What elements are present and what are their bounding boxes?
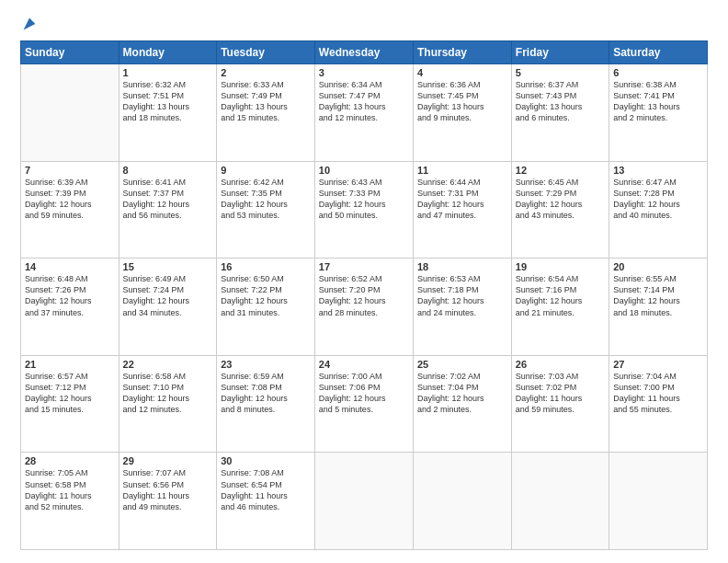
day-info: Sunrise: 6:59 AM Sunset: 7:08 PM Dayligh…	[221, 371, 311, 416]
day-number: 17	[319, 261, 409, 272]
calendar-cell	[609, 453, 708, 550]
calendar-cell	[414, 453, 512, 550]
day-number: 6	[613, 67, 703, 78]
day-number: 7	[25, 165, 115, 176]
day-info: Sunrise: 6:48 AM Sunset: 7:26 PM Dayligh…	[25, 273, 115, 318]
days-header-row: SundayMondayTuesdayWednesdayThursdayFrid…	[21, 41, 708, 64]
day-info: Sunrise: 7:03 AM Sunset: 7:02 PM Dayligh…	[516, 371, 605, 416]
calendar-cell: 11Sunrise: 6:44 AM Sunset: 7:31 PM Dayli…	[414, 161, 512, 259]
calendar-cell	[314, 453, 413, 550]
calendar-cell: 20Sunrise: 6:55 AM Sunset: 7:14 PM Dayli…	[609, 259, 708, 356]
day-number: 4	[417, 67, 507, 78]
day-info: Sunrise: 6:43 AM Sunset: 7:33 PM Dayligh…	[319, 177, 409, 222]
calendar-cell: 21Sunrise: 6:57 AM Sunset: 7:12 PM Dayli…	[21, 355, 119, 453]
day-number: 13	[613, 165, 703, 176]
day-number: 16	[221, 261, 311, 272]
calendar-cell: 3Sunrise: 6:34 AM Sunset: 7:47 PM Daylig…	[314, 64, 413, 162]
day-info: Sunrise: 6:47 AM Sunset: 7:28 PM Dayligh…	[613, 177, 703, 222]
day-number: 12	[516, 165, 605, 176]
day-number: 19	[516, 261, 605, 272]
calendar-cell: 19Sunrise: 6:54 AM Sunset: 7:16 PM Dayli…	[511, 259, 609, 356]
logo	[20, 17, 37, 31]
day-info: Sunrise: 7:08 AM Sunset: 6:54 PM Dayligh…	[221, 467, 311, 512]
week-row-4: 21Sunrise: 6:57 AM Sunset: 7:12 PM Dayli…	[21, 355, 708, 453]
day-number: 1	[123, 67, 213, 78]
day-info: Sunrise: 6:52 AM Sunset: 7:20 PM Dayligh…	[319, 273, 409, 318]
calendar-cell: 29Sunrise: 7:07 AM Sunset: 6:56 PM Dayli…	[119, 453, 217, 550]
calendar-cell: 30Sunrise: 7:08 AM Sunset: 6:54 PM Dayli…	[217, 453, 315, 550]
day-info: Sunrise: 7:07 AM Sunset: 6:56 PM Dayligh…	[123, 467, 213, 512]
day-info: Sunrise: 6:57 AM Sunset: 7:12 PM Dayligh…	[25, 371, 115, 416]
day-info: Sunrise: 6:55 AM Sunset: 7:14 PM Dayligh…	[613, 273, 703, 318]
day-info: Sunrise: 7:00 AM Sunset: 7:06 PM Dayligh…	[319, 371, 409, 416]
day-number: 25	[417, 359, 507, 370]
calendar-cell: 1Sunrise: 6:32 AM Sunset: 7:51 PM Daylig…	[119, 64, 217, 162]
day-number: 10	[319, 165, 409, 176]
day-info: Sunrise: 6:39 AM Sunset: 7:39 PM Dayligh…	[25, 177, 115, 222]
calendar-cell	[21, 64, 119, 162]
day-info: Sunrise: 6:49 AM Sunset: 7:24 PM Dayligh…	[123, 273, 213, 318]
day-info: Sunrise: 6:42 AM Sunset: 7:35 PM Dayligh…	[221, 177, 311, 222]
day-number: 26	[516, 359, 605, 370]
day-info: Sunrise: 6:32 AM Sunset: 7:51 PM Dayligh…	[123, 79, 213, 124]
day-header-tuesday: Tuesday	[217, 41, 315, 64]
day-info: Sunrise: 7:02 AM Sunset: 7:04 PM Dayligh…	[417, 371, 507, 416]
calendar-header: SundayMondayTuesdayWednesdayThursdayFrid…	[21, 41, 708, 64]
day-header-monday: Monday	[119, 41, 217, 64]
day-number: 23	[221, 359, 311, 370]
calendar-cell: 27Sunrise: 7:04 AM Sunset: 7:00 PM Dayli…	[609, 355, 708, 453]
day-info: Sunrise: 6:37 AM Sunset: 7:43 PM Dayligh…	[516, 79, 605, 124]
header	[20, 17, 708, 31]
calendar-cell: 6Sunrise: 6:38 AM Sunset: 7:41 PM Daylig…	[609, 64, 708, 162]
day-number: 30	[221, 455, 311, 466]
calendar-cell: 13Sunrise: 6:47 AM Sunset: 7:28 PM Dayli…	[609, 161, 708, 259]
page: SundayMondayTuesdayWednesdayThursdayFrid…	[0, 0, 728, 563]
day-header-friday: Friday	[511, 41, 609, 64]
calendar-cell: 10Sunrise: 6:43 AM Sunset: 7:33 PM Dayli…	[314, 161, 413, 259]
week-row-5: 28Sunrise: 7:05 AM Sunset: 6:58 PM Dayli…	[21, 453, 708, 550]
week-row-2: 7Sunrise: 6:39 AM Sunset: 7:39 PM Daylig…	[21, 161, 708, 259]
day-info: Sunrise: 7:04 AM Sunset: 7:00 PM Dayligh…	[613, 371, 703, 416]
day-number: 14	[25, 261, 115, 272]
day-number: 24	[319, 359, 409, 370]
day-header-sunday: Sunday	[21, 41, 119, 64]
day-number: 27	[613, 359, 703, 370]
calendar-cell: 17Sunrise: 6:52 AM Sunset: 7:20 PM Dayli…	[314, 259, 413, 356]
day-info: Sunrise: 6:34 AM Sunset: 7:47 PM Dayligh…	[319, 79, 409, 124]
logo-triangle-icon	[22, 17, 37, 31]
day-number: 29	[123, 455, 213, 466]
day-info: Sunrise: 6:58 AM Sunset: 7:10 PM Dayligh…	[123, 371, 213, 416]
calendar-cell: 25Sunrise: 7:02 AM Sunset: 7:04 PM Dayli…	[414, 355, 512, 453]
day-info: Sunrise: 6:45 AM Sunset: 7:29 PM Dayligh…	[516, 177, 605, 222]
calendar-cell: 23Sunrise: 6:59 AM Sunset: 7:08 PM Dayli…	[217, 355, 315, 453]
day-number: 8	[123, 165, 213, 176]
calendar-cell: 14Sunrise: 6:48 AM Sunset: 7:26 PM Dayli…	[21, 259, 119, 356]
day-number: 3	[319, 67, 409, 78]
calendar-cell: 8Sunrise: 6:41 AM Sunset: 7:37 PM Daylig…	[119, 161, 217, 259]
day-info: Sunrise: 6:33 AM Sunset: 7:49 PM Dayligh…	[221, 79, 311, 124]
calendar-cell: 28Sunrise: 7:05 AM Sunset: 6:58 PM Dayli…	[21, 453, 119, 550]
calendar-body: 1Sunrise: 6:32 AM Sunset: 7:51 PM Daylig…	[21, 64, 708, 550]
day-header-thursday: Thursday	[414, 41, 512, 64]
calendar-cell: 26Sunrise: 7:03 AM Sunset: 7:02 PM Dayli…	[511, 355, 609, 453]
week-row-3: 14Sunrise: 6:48 AM Sunset: 7:26 PM Dayli…	[21, 259, 708, 356]
calendar-cell: 5Sunrise: 6:37 AM Sunset: 7:43 PM Daylig…	[511, 64, 609, 162]
svg-marker-0	[24, 18, 36, 30]
day-info: Sunrise: 6:36 AM Sunset: 7:45 PM Dayligh…	[417, 79, 507, 124]
day-number: 18	[417, 261, 507, 272]
calendar-cell: 18Sunrise: 6:53 AM Sunset: 7:18 PM Dayli…	[414, 259, 512, 356]
day-info: Sunrise: 6:54 AM Sunset: 7:16 PM Dayligh…	[516, 273, 605, 318]
day-info: Sunrise: 6:53 AM Sunset: 7:18 PM Dayligh…	[417, 273, 507, 318]
calendar-table: SundayMondayTuesdayWednesdayThursdayFrid…	[20, 40, 708, 550]
calendar-cell: 2Sunrise: 6:33 AM Sunset: 7:49 PM Daylig…	[217, 64, 315, 162]
day-number: 20	[613, 261, 703, 272]
day-info: Sunrise: 6:50 AM Sunset: 7:22 PM Dayligh…	[221, 273, 311, 318]
day-number: 2	[221, 67, 311, 78]
calendar-cell: 24Sunrise: 7:00 AM Sunset: 7:06 PM Dayli…	[314, 355, 413, 453]
calendar-cell: 9Sunrise: 6:42 AM Sunset: 7:35 PM Daylig…	[217, 161, 315, 259]
week-row-1: 1Sunrise: 6:32 AM Sunset: 7:51 PM Daylig…	[21, 64, 708, 162]
day-header-wednesday: Wednesday	[314, 41, 413, 64]
day-number: 11	[417, 165, 507, 176]
calendar-cell: 15Sunrise: 6:49 AM Sunset: 7:24 PM Dayli…	[119, 259, 217, 356]
calendar-cell: 22Sunrise: 6:58 AM Sunset: 7:10 PM Dayli…	[119, 355, 217, 453]
